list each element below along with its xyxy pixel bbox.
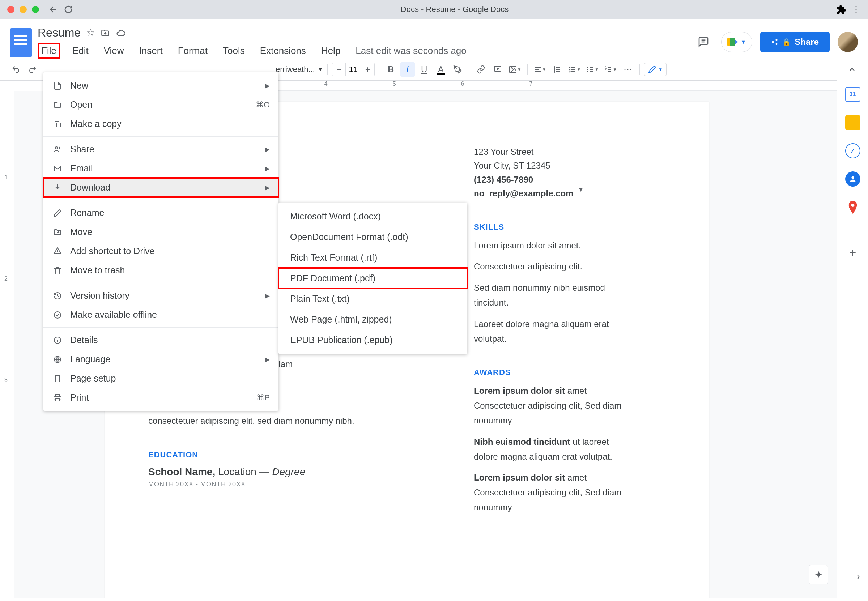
star-icon[interactable]: ☆ — [87, 27, 95, 38]
image-button[interactable]: ▼ — [507, 62, 523, 77]
align-button[interactable]: ▼ — [532, 62, 548, 77]
file-menu-make-copy[interactable]: Make a copy — [43, 114, 279, 133]
window-close[interactable] — [7, 6, 14, 13]
download-odt[interactable]: OpenDocument Format (.odt) — [279, 227, 467, 247]
comments-icon[interactable] — [694, 32, 713, 52]
history-icon — [52, 291, 63, 300]
menu-help[interactable]: Help — [318, 44, 343, 58]
maps-icon[interactable] — [845, 200, 860, 215]
font-size-decrease[interactable]: − — [333, 63, 345, 76]
file-menu-rename[interactable]: Rename — [43, 203, 279, 223]
numbered-list-button[interactable]: 12▼ — [603, 62, 618, 77]
file-menu-share[interactable]: Share▶ — [43, 140, 279, 159]
meet-button[interactable]: ▼ — [721, 32, 752, 52]
bullet-list-button[interactable]: ▼ — [584, 62, 600, 77]
menu-format[interactable]: Format — [175, 44, 211, 58]
collapse-toolbar-button[interactable] — [845, 62, 859, 77]
share-label: Share — [795, 37, 819, 47]
download-pdf[interactable]: PDF Document (.pdf) — [279, 268, 467, 288]
back-button[interactable] — [49, 5, 58, 14]
menu-extensions[interactable]: Extensions — [257, 44, 309, 58]
language-icon — [52, 355, 63, 364]
redo-button[interactable] — [25, 62, 40, 77]
awards-text: Lorem ipsum dolor sit amet Consectetuer … — [474, 384, 622, 514]
contact-address: 123 Your Street Your City, ST 12345 (123… — [474, 145, 622, 201]
file-menu-email[interactable]: Email▶ — [43, 159, 279, 178]
download-epub[interactable]: EPUB Publication (.epub) — [279, 330, 467, 351]
download-rtf[interactable]: Rich Text Format (.rtf) — [279, 247, 467, 268]
file-menu-dropdown: New▶ Open⌘O Make a copy Share▶ Email▶ Do… — [43, 72, 279, 411]
reload-button[interactable] — [64, 5, 73, 14]
font-family-select[interactable]: erriweath...▼ — [276, 65, 323, 74]
font-size-value[interactable]: 11 — [345, 63, 361, 76]
file-menu-version-history[interactable]: Version history▶ — [43, 286, 279, 305]
download-html[interactable]: Web Page (.html, zipped) — [279, 309, 467, 330]
side-panel: ✓ + — [837, 76, 868, 601]
undo-button[interactable] — [9, 62, 23, 77]
file-menu-trash[interactable]: Move to trash — [43, 261, 279, 280]
extensions-icon[interactable] — [836, 5, 845, 14]
cloud-status-icon[interactable] — [116, 28, 126, 38]
file-open-icon — [52, 101, 63, 109]
more-options-button[interactable]: ⋯ — [621, 62, 635, 77]
docs-logo-icon[interactable] — [10, 28, 32, 57]
expand-caret-icon[interactable]: ▼ — [576, 185, 586, 195]
document-title[interactable]: Resume — [38, 26, 81, 40]
file-menu-move[interactable]: Move — [43, 223, 279, 241]
menu-tools[interactable]: Tools — [220, 44, 248, 58]
italic-button[interactable]: I — [400, 62, 415, 77]
file-menu-download[interactable]: Download▶ — [43, 178, 279, 197]
browser-more-icon[interactable]: ⋮ — [851, 4, 861, 15]
text-color-button[interactable]: A — [434, 62, 448, 77]
email-icon — [52, 164, 63, 173]
vruler-mark: 3 — [5, 377, 8, 383]
move-folder-icon[interactable] — [101, 28, 110, 38]
font-size-control: − 11 + — [332, 63, 375, 76]
file-menu-new[interactable]: New▶ — [43, 76, 279, 95]
contacts-icon[interactable] — [845, 171, 860, 187]
font-size-increase[interactable]: + — [361, 63, 374, 76]
file-menu-language[interactable]: Language▶ — [43, 350, 279, 369]
file-menu-open[interactable]: Open⌘O — [43, 95, 279, 114]
tasks-icon[interactable]: ✓ — [845, 143, 860, 159]
svg-point-26 — [54, 312, 61, 318]
file-menu-details[interactable]: Details — [43, 331, 279, 350]
editing-mode-button[interactable]: ▼ — [644, 63, 667, 76]
svg-point-30 — [851, 177, 854, 179]
underline-button[interactable]: U — [417, 62, 432, 77]
add-on-plus-icon[interactable]: + — [849, 246, 856, 259]
rename-icon — [52, 209, 63, 217]
download-submenu: Microsoft Word (.docx) OpenDocument Form… — [279, 203, 467, 354]
ruler-mark: 6 — [461, 81, 464, 87]
section-heading-skills: SKILLS — [474, 223, 622, 232]
explore-button[interactable]: ✦ — [809, 565, 828, 584]
menu-edit[interactable]: Edit — [69, 44, 92, 58]
comment-button[interactable] — [490, 62, 505, 77]
bold-button[interactable]: B — [384, 62, 398, 77]
menu-view[interactable]: View — [101, 44, 127, 58]
share-icon — [52, 145, 63, 154]
keep-icon[interactable] — [845, 115, 860, 130]
line-spacing-button[interactable] — [550, 62, 564, 77]
last-edit-link[interactable]: Last edit was seconds ago — [355, 45, 466, 56]
menu-insert[interactable]: Insert — [136, 44, 166, 58]
highlight-button[interactable] — [450, 62, 465, 77]
link-button[interactable] — [474, 62, 488, 77]
share-button[interactable]: 🔒 Share — [760, 32, 830, 52]
file-menu-add-shortcut[interactable]: Add shortcut to Drive — [43, 241, 279, 261]
side-panel-expand-icon[interactable]: › — [857, 570, 860, 582]
download-txt[interactable]: Plain Text (.txt) — [279, 288, 467, 309]
calendar-icon[interactable] — [845, 87, 860, 102]
file-menu-page-setup[interactable]: Page setup — [43, 369, 279, 388]
checklist-button[interactable]: ▼ — [566, 62, 582, 77]
svg-point-5 — [511, 68, 513, 69]
download-docx[interactable]: Microsoft Word (.docx) — [279, 206, 467, 227]
menu-file[interactable]: File — [38, 43, 60, 59]
user-avatar[interactable] — [837, 32, 858, 52]
vertical-ruler[interactable]: 1 2 3 — [0, 91, 14, 598]
window-maximize[interactable] — [32, 6, 39, 13]
file-menu-print[interactable]: Print⌘P — [43, 388, 279, 407]
window-minimize[interactable] — [20, 6, 27, 13]
file-menu-offline[interactable]: Make available offline — [43, 305, 279, 324]
svg-point-31 — [851, 204, 854, 207]
